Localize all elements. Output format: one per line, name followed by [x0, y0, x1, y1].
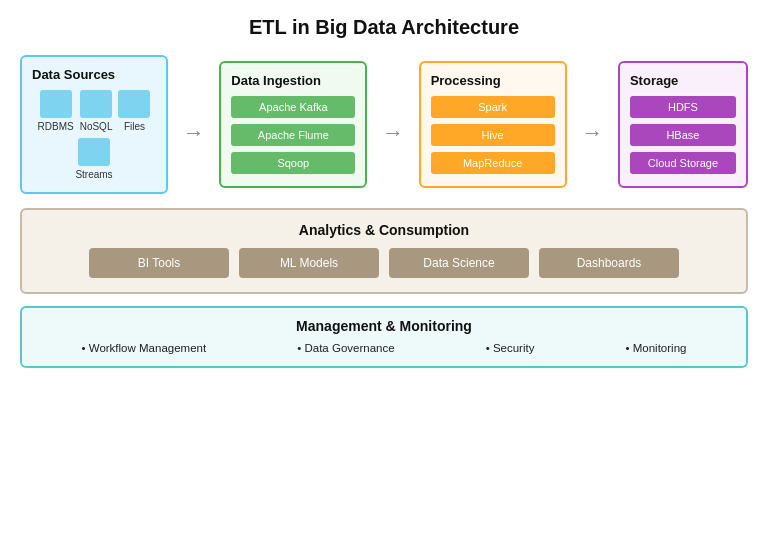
- management-title: Management & Monitoring: [36, 318, 732, 334]
- storage-items: HDFS HBase Cloud Storage: [630, 96, 736, 174]
- processing-item-0: Spark: [431, 96, 555, 118]
- ds-icon-streams: Streams: [75, 138, 112, 180]
- files-square: [118, 90, 150, 118]
- mgmt-item-0: • Workflow Management: [82, 342, 207, 354]
- ds-icon-files: Files: [118, 90, 150, 132]
- storage-item-1: HBase: [630, 124, 736, 146]
- storage-title: Storage: [630, 73, 736, 88]
- management-items: • Workflow Management • Data Governance …: [36, 342, 732, 354]
- storage-item-0: HDFS: [630, 96, 736, 118]
- top-row: Data Sources RDBMS NoSQL Files Streams →…: [20, 55, 748, 194]
- data-sources-box: Data Sources RDBMS NoSQL Files Streams: [20, 55, 168, 194]
- rdbms-square: [40, 90, 72, 118]
- ds-icon-rdbms: RDBMS: [38, 90, 74, 132]
- mgmt-item-1: • Data Governance: [297, 342, 394, 354]
- streams-square: [78, 138, 110, 166]
- nosql-label: NoSQL: [80, 121, 113, 132]
- analytics-items: BI Tools ML Models Data Science Dashboar…: [36, 248, 732, 278]
- data-sources-icons: RDBMS NoSQL Files Streams: [32, 90, 156, 180]
- management-section: Management & Monitoring • Workflow Manag…: [20, 306, 748, 368]
- ingestion-item-1: Apache Flume: [231, 124, 355, 146]
- arrow-2: →: [378, 120, 408, 146]
- mgmt-item-3: • Monitoring: [626, 342, 687, 354]
- analytics-item-3: Dashboards: [539, 248, 679, 278]
- nosql-square: [80, 90, 112, 118]
- analytics-item-2: Data Science: [389, 248, 529, 278]
- analytics-section: Analytics & Consumption BI Tools ML Mode…: [20, 208, 748, 294]
- data-sources-title: Data Sources: [32, 67, 156, 82]
- processing-box: Processing Spark Hive MapReduce: [419, 61, 567, 188]
- storage-item-2: Cloud Storage: [630, 152, 736, 174]
- rdbms-label: RDBMS: [38, 121, 74, 132]
- processing-item-1: Hive: [431, 124, 555, 146]
- analytics-item-1: ML Models: [239, 248, 379, 278]
- data-ingestion-title: Data Ingestion: [231, 73, 355, 88]
- arrow-1: →: [179, 120, 209, 146]
- ds-icon-nosql: NoSQL: [80, 90, 113, 132]
- files-label: Files: [124, 121, 145, 132]
- analytics-title: Analytics & Consumption: [36, 222, 732, 238]
- ingestion-item-0: Apache Kafka: [231, 96, 355, 118]
- processing-item-2: MapReduce: [431, 152, 555, 174]
- data-ingestion-box: Data Ingestion Apache Kafka Apache Flume…: [219, 61, 367, 188]
- storage-box: Storage HDFS HBase Cloud Storage: [618, 61, 748, 188]
- ingestion-items: Apache Kafka Apache Flume Sqoop: [231, 96, 355, 174]
- mgmt-item-2: • Security: [486, 342, 535, 354]
- processing-items: Spark Hive MapReduce: [431, 96, 555, 174]
- ingestion-item-2: Sqoop: [231, 152, 355, 174]
- analytics-item-0: BI Tools: [89, 248, 229, 278]
- streams-label: Streams: [75, 169, 112, 180]
- processing-title: Processing: [431, 73, 555, 88]
- page-title: ETL in Big Data Architecture: [20, 16, 748, 39]
- arrow-3: →: [577, 120, 607, 146]
